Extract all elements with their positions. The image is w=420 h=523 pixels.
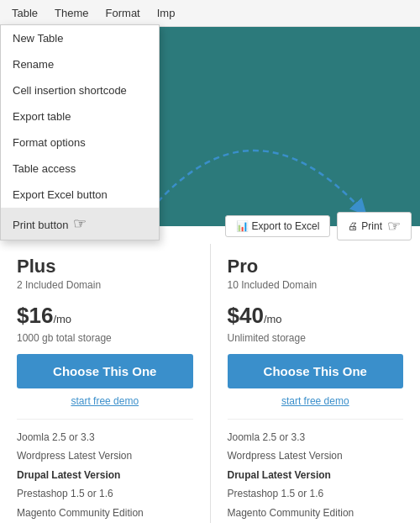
pro-price-row: $40/mo bbox=[228, 303, 404, 329]
plus-plan-col: Plus 2 Included Domain $16/mo 1000 gb to… bbox=[0, 244, 211, 523]
dropdown-item-table-access[interactable]: Table access bbox=[1, 156, 159, 182]
plus-price-period: /mo bbox=[53, 313, 71, 325]
menu-bar: Table Theme Format Imp bbox=[0, 0, 420, 27]
dropdown-item-cell-insertion[interactable]: Cell insertion shortcode bbox=[1, 77, 159, 103]
pro-feature-1: Joomla 2.5 or 3.3 bbox=[228, 428, 404, 446]
plus-feature-5: Magento Community Edition bbox=[17, 504, 193, 522]
plus-demo-link[interactable]: start free demo bbox=[17, 395, 193, 407]
cursor-icon-print: ☞ bbox=[387, 217, 401, 235]
pro-feature-3: Drupal Latest Version bbox=[228, 466, 404, 484]
pro-price-period: /mo bbox=[264, 313, 282, 325]
export-bar: 📊 Export to Excel 🖨 Print ☞ bbox=[225, 212, 412, 240]
pro-plan-name: Pro bbox=[228, 256, 404, 277]
plus-price-row: $16/mo bbox=[17, 303, 193, 329]
print-icon: 🖨 bbox=[348, 220, 358, 232]
dropdown-item-format-options[interactable]: Format options bbox=[1, 129, 159, 156]
dropdown-item-rename[interactable]: Rename bbox=[1, 51, 159, 77]
dropdown-menu: New Table Rename Cell insertion shortcod… bbox=[0, 24, 160, 240]
plus-feature-4: Prestashop 1.5 or 1.6 bbox=[17, 484, 193, 503]
dropdown-item-new-table[interactable]: New Table bbox=[1, 25, 159, 51]
menu-item-theme[interactable]: Theme bbox=[51, 5, 92, 21]
pro-feature-4: Prestashop 1.5 or 1.6 bbox=[228, 484, 404, 503]
pro-feature-2: Wordpress Latest Version bbox=[228, 446, 404, 465]
plus-choose-button[interactable]: Choose This One bbox=[17, 354, 193, 388]
pricing-grid: Plus 2 Included Domain $16/mo 1000 gb to… bbox=[0, 244, 420, 523]
menu-item-imp[interactable]: Imp bbox=[154, 5, 179, 21]
pro-choose-button[interactable]: Choose This One bbox=[228, 354, 404, 388]
dropdown-item-export-table[interactable]: Export table bbox=[1, 103, 159, 129]
dropdown-item-print[interactable]: Print button ☞ bbox=[1, 208, 159, 240]
pro-demo-link[interactable]: start free demo bbox=[228, 395, 404, 407]
plus-features-list: Joomla 2.5 or 3.3 Wordpress Latest Versi… bbox=[17, 419, 193, 522]
pro-features-list: Joomla 2.5 or 3.3 Wordpress Latest Versi… bbox=[228, 419, 404, 522]
menu-item-format[interactable]: Format bbox=[102, 5, 144, 21]
plus-feature-3: Drupal Latest Version bbox=[17, 466, 193, 484]
export-excel-button[interactable]: 📊 Export to Excel bbox=[225, 215, 331, 237]
plus-feature-2: Wordpress Latest Version bbox=[17, 446, 193, 465]
export-excel-icon: 📊 bbox=[236, 220, 249, 232]
plus-plan-name: Plus bbox=[17, 256, 193, 277]
cursor-icon: ☞ bbox=[73, 214, 87, 233]
plus-price-amount: $16 bbox=[17, 303, 53, 328]
pro-feature-5: Magento Community Edition bbox=[228, 504, 404, 522]
pro-plan-col: Pro 10 Included Domain $40/mo Unlimited … bbox=[211, 244, 421, 523]
print-button[interactable]: 🖨 Print ☞ bbox=[337, 212, 412, 240]
pricing-section: Plus 2 Included Domain $16/mo 1000 gb to… bbox=[0, 235, 420, 523]
pro-storage: Unlimited storage bbox=[228, 332, 404, 344]
menu-item-table[interactable]: Table bbox=[8, 5, 41, 21]
plus-plan-domains: 2 Included Domain bbox=[17, 279, 193, 291]
pro-plan-domains: 10 Included Domain bbox=[228, 279, 404, 291]
plus-storage: 1000 gb total storage bbox=[17, 332, 193, 344]
dropdown-item-export-excel[interactable]: Export Excel button bbox=[1, 182, 159, 208]
pro-price-amount: $40 bbox=[228, 303, 264, 328]
plus-feature-1: Joomla 2.5 or 3.3 bbox=[17, 428, 193, 446]
